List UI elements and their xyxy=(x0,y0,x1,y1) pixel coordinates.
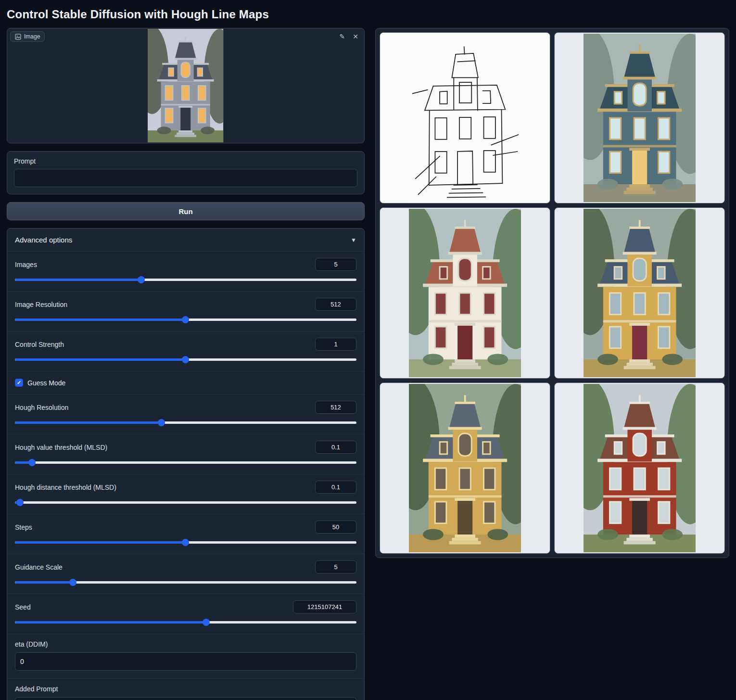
slider-guidance-scale-track[interactable] xyxy=(15,579,356,586)
slider-hough-resolution-label: Hough Resolution xyxy=(15,404,68,411)
eta-ddim-input[interactable] xyxy=(15,652,356,671)
added-prompt-label: Added Prompt xyxy=(15,685,356,693)
advanced-options-header[interactable]: Advanced options ▼ xyxy=(7,229,364,251)
slider-image-resolution-label: Image Resolution xyxy=(15,301,67,308)
slider-control-strength: Control Strength xyxy=(7,331,364,371)
slider-hough-value-threshold: Hough value threshold (MLSD) xyxy=(7,434,364,474)
gallery-item-result-1[interactable] xyxy=(554,32,725,204)
slider-seed-track[interactable] xyxy=(15,619,356,626)
slider-hough-distance-threshold-track[interactable] xyxy=(15,499,356,506)
slider-control-strength-handle[interactable] xyxy=(182,356,189,363)
controls-column: Image ✎ ✕ Prompt Run Advanced options ▼ xyxy=(7,28,365,700)
slider-hough-distance-threshold-label: Hough distance threshold (MLSD) xyxy=(15,484,116,491)
generated-image-5 xyxy=(584,384,696,552)
slider-hough-resolution-value[interactable] xyxy=(315,401,356,414)
guess-mode-checkbox[interactable]: ✓ xyxy=(15,379,23,387)
slider-hough-resolution-track[interactable] xyxy=(15,419,356,426)
slider-hough-value-threshold-handle[interactable] xyxy=(28,459,36,466)
gallery-grid xyxy=(380,32,725,554)
slider-track-bar xyxy=(15,501,356,504)
slider-steps-label: Steps xyxy=(15,523,32,531)
input-image-panel[interactable]: Image ✎ ✕ xyxy=(7,28,365,143)
chevron-down-icon[interactable]: ▼ xyxy=(351,237,356,243)
added-prompt-row: Added Prompt xyxy=(7,678,364,700)
generated-image-3 xyxy=(584,209,696,377)
eta-ddim-row: eta (DDIM) xyxy=(7,634,364,678)
slider-hough-distance-threshold-value[interactable] xyxy=(315,481,356,494)
gallery-item-hough-line-map[interactable] xyxy=(380,32,550,204)
generated-image-2 xyxy=(409,209,521,377)
page-title: Control Stable Diffusion with Hough Line… xyxy=(0,0,736,28)
check-icon: ✓ xyxy=(17,380,21,385)
app-root: Control Stable Diffusion with Hough Line… xyxy=(0,0,736,700)
slider-guidance-scale: Guidance Scale xyxy=(7,554,364,594)
output-column xyxy=(375,28,729,558)
slider-seed-handle[interactable] xyxy=(203,619,210,626)
gallery-item-result-5[interactable] xyxy=(554,382,725,554)
slider-images-value[interactable] xyxy=(315,258,356,271)
prompt-input[interactable] xyxy=(14,169,357,187)
slider-control-strength-track[interactable] xyxy=(15,356,356,363)
run-button[interactable]: Run xyxy=(7,202,365,220)
hough-line-map-image xyxy=(409,34,521,202)
slider-image-resolution-value[interactable] xyxy=(315,298,356,311)
slider-seed-value[interactable] xyxy=(293,600,356,613)
gallery-item-result-4[interactable] xyxy=(380,382,550,554)
edit-image-button[interactable]: ✎ xyxy=(339,32,346,41)
advanced-options-title: Advanced options xyxy=(15,236,72,244)
slider-image-resolution-handle[interactable] xyxy=(182,316,189,323)
main-layout: Image ✎ ✕ Prompt Run Advanced options ▼ xyxy=(0,28,736,700)
slider-control-strength-label: Control Strength xyxy=(15,341,64,348)
slider-guidance-scale-label: Guidance Scale xyxy=(15,563,63,571)
slider-fill-bar xyxy=(15,421,162,424)
gallery-item-result-2[interactable] xyxy=(380,207,550,379)
slider-images-handle[interactable] xyxy=(138,276,145,283)
slider-steps-value[interactable] xyxy=(315,521,356,534)
slider-fill-bar xyxy=(15,541,186,544)
guess-mode-row: ✓ Guess Mode xyxy=(7,371,364,394)
slider-hough-value-threshold-track[interactable] xyxy=(15,459,356,466)
generated-image-1 xyxy=(584,34,696,202)
slider-steps-handle[interactable] xyxy=(182,539,189,546)
image-panel-label-text: Image xyxy=(24,33,40,40)
slider-fill-bar xyxy=(15,318,186,321)
slider-steps-track[interactable] xyxy=(15,539,356,546)
slider-fill-bar xyxy=(15,581,73,584)
added-prompt-input[interactable] xyxy=(15,697,356,700)
output-gallery xyxy=(375,28,729,558)
clear-image-button[interactable]: ✕ xyxy=(352,32,359,41)
slider-guidance-scale-value[interactable] xyxy=(315,560,356,573)
generated-image-4 xyxy=(409,384,521,552)
slider-hough-value-threshold-value[interactable] xyxy=(315,441,356,454)
slider-image-resolution-track[interactable] xyxy=(15,316,356,323)
slider-images-label: Images xyxy=(15,261,37,268)
slider-hough-distance-threshold: Hough distance threshold (MLSD) xyxy=(7,474,364,514)
gallery-item-result-3[interactable] xyxy=(554,207,725,379)
slider-guidance-scale-handle[interactable] xyxy=(69,579,76,586)
uploaded-house-image xyxy=(148,29,223,142)
prompt-label: Prompt xyxy=(14,157,357,165)
slider-control-strength-value[interactable] xyxy=(315,338,356,351)
slider-hough-distance-threshold-handle[interactable] xyxy=(16,499,24,506)
slider-images: Images xyxy=(7,251,364,291)
slider-hough-resolution: Hough Resolution xyxy=(7,394,364,434)
slider-fill-bar xyxy=(15,621,206,624)
slider-hough-value-threshold-label: Hough value threshold (MLSD) xyxy=(15,444,107,451)
image-panel-actions: ✎ ✕ xyxy=(339,32,359,41)
advanced-options-panel: Advanced options ▼ Images xyxy=(7,228,365,700)
slider-steps: Steps xyxy=(7,514,364,554)
image-panel-label: Image xyxy=(10,31,45,42)
slider-images-track[interactable] xyxy=(15,276,356,283)
eta-ddim-label: eta (DDIM) xyxy=(15,640,356,648)
slider-hough-resolution-handle[interactable] xyxy=(158,419,165,426)
guess-mode-label: Guess Mode xyxy=(27,379,65,387)
slider-image-resolution: Image Resolution xyxy=(7,291,364,331)
slider-seed: Seed xyxy=(7,594,364,634)
slider-track-bar xyxy=(15,461,356,464)
slider-fill-bar xyxy=(15,358,186,361)
image-icon xyxy=(15,34,21,40)
slider-fill-bar xyxy=(15,279,141,281)
slider-seed-label: Seed xyxy=(15,603,31,611)
prompt-panel: Prompt xyxy=(7,151,365,194)
